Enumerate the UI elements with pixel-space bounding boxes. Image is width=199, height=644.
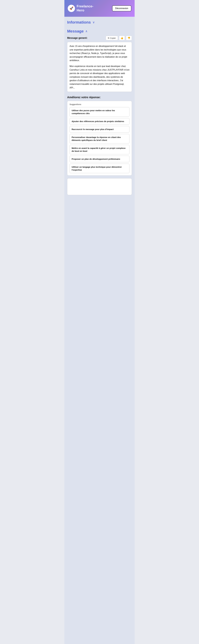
suggestion-item-3[interactable]: Raccourcir le message pour plus d'impact <box>70 126 129 132</box>
suggestion-item-4[interactable]: Personnaliser davantage la réponse en ci… <box>70 134 129 144</box>
copy-label: Copier <box>110 37 116 39</box>
suggestion-item-6[interactable]: Proposer un plan de développement prélim… <box>70 156 129 162</box>
like-button[interactable]: 👍 <box>119 36 125 40</box>
suggestions-box: Suggestions Utiliser des puces pour mett… <box>67 101 132 176</box>
dislike-icon: 👎 <box>128 37 130 39</box>
bottom-input-area[interactable] <box>67 178 132 195</box>
informations-section-header: Informations ∨ <box>67 20 132 24</box>
message-generated-label: Message generé: <box>67 36 88 40</box>
suggestions-label: Suggestions <box>70 103 129 106</box>
suggestion-item-5[interactable]: Mettre en avant la capacité à gérer un p… <box>70 145 129 154</box>
dislike-button[interactable]: 👎 <box>126 36 132 40</box>
suggestion-item-2[interactable]: Ajouter des références précises de proje… <box>70 118 129 124</box>
ameliorer-title: Améliorez votre réponse: <box>67 96 132 99</box>
header: 🚀 Freelance- Hero Déconnexion <box>64 0 135 17</box>
copy-icon: ⧉ <box>108 37 109 39</box>
suggestion-item-1[interactable]: Utiliser des puces pour mettre en valeur… <box>70 107 129 117</box>
deconnect-button[interactable]: Déconnexion <box>112 6 131 11</box>
ameliorer-section: Améliorez votre réponse: Suggestions Uti… <box>67 96 132 176</box>
message-chevron-icon[interactable]: ∧ <box>85 30 88 33</box>
message-paragraph-1: Avec 15 ans d'expérience en développemen… <box>70 44 129 62</box>
brand-name: Freelance- Hero <box>77 4 93 12</box>
message-title: Message <box>67 29 84 34</box>
informations-chevron-icon[interactable]: ∨ <box>93 20 95 24</box>
suggestion-item-7[interactable]: Utiliser un langage plus technique pour … <box>70 164 129 173</box>
like-icon: 👍 <box>121 37 123 39</box>
message-paragraph-2: Mon expérience récente en tant que lead … <box>70 64 129 90</box>
message-actions: ⧉ Copier 👍 👎 <box>106 36 132 40</box>
message-section: Message ∧ Message generé: ⧉ Copier 👍 👎 A <box>67 29 132 195</box>
message-section-header: Message ∧ <box>67 29 132 34</box>
message-generated-row: Message generé: ⧉ Copier 👍 👎 <box>67 36 132 40</box>
main-content: Informations ∨ Message ∧ Message generé:… <box>64 17 135 644</box>
copy-button[interactable]: ⧉ Copier <box>106 36 118 40</box>
informations-title: Informations <box>67 20 91 24</box>
logo-icon: 🚀 <box>68 5 75 12</box>
brand: 🚀 Freelance- Hero <box>68 4 93 12</box>
message-textbox[interactable]: Avec 15 ans d'expérience en développemen… <box>67 42 132 92</box>
